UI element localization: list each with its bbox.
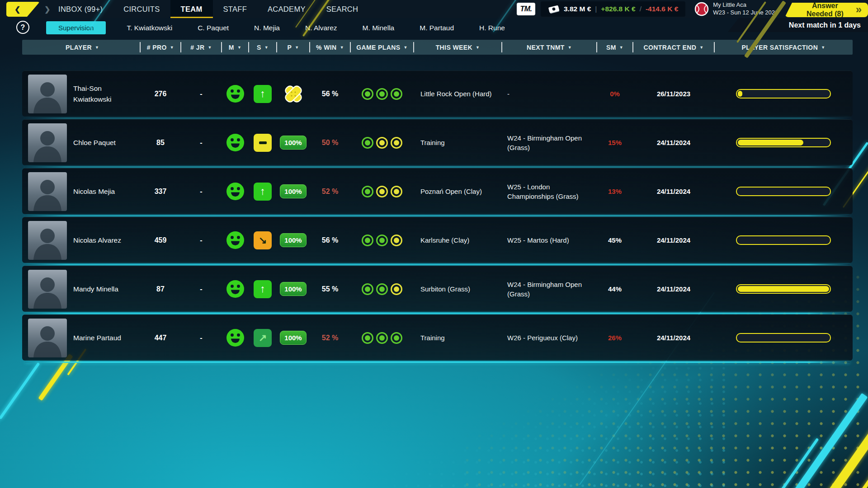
player-name: Nicolas Alvarez xyxy=(73,235,121,245)
next-match-strip: Next match in 1 days xyxy=(728,18,868,32)
game-plan-dot-yellow xyxy=(391,283,402,295)
player-name: Mandy Minella xyxy=(73,284,118,294)
contract-end-date: 24/11/2024 xyxy=(657,188,690,195)
sort-caret-icon: ▼ xyxy=(821,45,825,50)
tm-logo: TM. xyxy=(517,3,535,15)
column-header-next-tnmt[interactable]: NEXT TNMT▼ xyxy=(502,40,597,55)
forward-button[interactable] xyxy=(42,5,53,14)
column-label: S xyxy=(257,44,261,51)
junior-ranking: - xyxy=(181,266,222,312)
mood-happy-icon xyxy=(226,231,245,249)
tab-m-minella[interactable]: M. Minella xyxy=(358,22,399,34)
column-header-p[interactable]: P▼ xyxy=(277,40,310,55)
game-plan-dot-yellow xyxy=(376,186,388,197)
player-photo xyxy=(28,270,67,309)
game-plan-dot-yellow xyxy=(376,137,388,149)
finance-widget[interactable]: 3.82 M € | +826.8 K € / -414.6 K € xyxy=(541,1,685,17)
tab-h-rune[interactable]: H. Rune xyxy=(475,22,509,34)
trend-down-icon: ↘ xyxy=(254,231,272,249)
satisfaction-fill xyxy=(738,91,742,97)
this-week-activity: Training xyxy=(420,333,445,343)
column-header-this-week[interactable]: THIS WEEK▼ xyxy=(414,40,502,55)
tab-c-paquet[interactable]: C. Paquet xyxy=(193,22,233,34)
tab-n-mejia[interactable]: N. Mejia xyxy=(250,22,284,34)
pro-ranking: 276 xyxy=(140,71,181,117)
top-nav-staff[interactable]: STAFF xyxy=(213,0,258,18)
fitness-percent-badge: 100% xyxy=(280,233,306,247)
column-header-win[interactable]: % WIN▼ xyxy=(310,40,350,55)
club-info[interactable]: My Little Aca W23 - Sun 12 June 2022 xyxy=(694,1,778,17)
contract-end-date: 24/11/2024 xyxy=(657,236,690,244)
decor-streak xyxy=(763,393,868,488)
table-row[interactable]: Chloe Paquet 85 - 100% 50 % Training W24 xyxy=(22,119,853,165)
help-button[interactable]: ? xyxy=(16,21,29,34)
game-plan-dot-green xyxy=(362,186,373,197)
satisfaction-bar xyxy=(736,333,831,343)
decor-streak xyxy=(757,438,819,488)
top-nav-team[interactable]: TEAM xyxy=(170,0,213,18)
question-mark-icon: ? xyxy=(21,23,25,32)
column-header-contract-end[interactable]: CONTRACT END▼ xyxy=(633,40,714,55)
sort-caret-icon: ▼ xyxy=(264,45,269,50)
back-button[interactable] xyxy=(6,2,40,17)
this-week-activity: Karlsruhe (Clay) xyxy=(420,235,469,245)
column-header-player-satisfaction[interactable]: PLAYER SATISFACTION▼ xyxy=(714,40,853,55)
top-nav-academy[interactable]: ACADEMY xyxy=(257,0,316,18)
win-percent: 52 % xyxy=(322,334,338,342)
column-header-jr[interactable]: # JR▼ xyxy=(181,40,222,55)
column-header-s[interactable]: S▼ xyxy=(249,40,277,55)
table-row[interactable]: Thai-Son Kwiatkowski 276 - ↑ 56 % Little… xyxy=(22,70,853,117)
fitness-percent-badge: 100% xyxy=(280,184,306,198)
column-label: # JR xyxy=(190,44,204,51)
sort-caret-icon: ▼ xyxy=(95,45,99,50)
fitness-percent-badge: 100% xyxy=(280,136,306,150)
next-tournament: W24 - Birmingham Open (Grass) xyxy=(507,280,585,299)
balance-value: 3.82 M € xyxy=(564,5,591,13)
junior-ranking: - xyxy=(181,315,222,361)
sort-caret-icon: ▼ xyxy=(295,45,299,50)
table-body: Thai-Son Kwiatkowski 276 - ↑ 56 % Little… xyxy=(22,70,853,361)
tab-n-alvarez[interactable]: N. Alvarez xyxy=(301,22,342,34)
game-plan-dot-green xyxy=(376,235,388,246)
finance-separator: | xyxy=(595,5,597,13)
main-nav: INBOX (99+)CIRCUITSTEAMSTAFFACADEMYSEARC… xyxy=(48,0,368,18)
mood-happy-icon xyxy=(226,182,245,201)
junior-ranking: - xyxy=(181,71,222,117)
player-photo xyxy=(28,172,67,211)
table-row[interactable]: Mandy Minella 87 - ↑ 100% 55 % Surbiton … xyxy=(22,266,853,312)
satisfaction-bar xyxy=(736,235,831,245)
answer-needed-button[interactable]: Answer Needed (8) xyxy=(785,3,868,17)
column-label: P xyxy=(287,44,292,51)
win-percent: 50 % xyxy=(322,139,338,147)
this-week-activity: Surbiton (Grass) xyxy=(420,284,470,294)
column-header-sm[interactable]: SM▼ xyxy=(597,40,633,55)
table-row[interactable]: Marine Partaud 447 - ↗ 100% 52 % Trainin… xyxy=(22,314,853,361)
column-header-game-plans[interactable]: GAME PLANS▼ xyxy=(350,40,414,55)
top-nav-inbox-99[interactable]: INBOX (99+) xyxy=(48,0,113,18)
player-name: Thai-Son Kwiatkowski xyxy=(73,83,131,104)
table-row[interactable]: Nicolas Alvarez 459 - ↘ 100% 56 % Karlsr… xyxy=(22,217,853,263)
game-plan-dot-green xyxy=(376,283,388,295)
sm-percent: 13% xyxy=(608,188,622,195)
game-plan-dot-green xyxy=(376,332,388,344)
sort-caret-icon: ▼ xyxy=(237,45,241,50)
top-nav-circuits[interactable]: CIRCUITS xyxy=(113,0,170,18)
supervision-table: PLAYER▼# PRO▼# JR▼M▼S▼P▼% WIN▼GAME PLANS… xyxy=(22,40,853,363)
top-nav-search[interactable]: SEARCH xyxy=(316,0,369,18)
column-header-pro[interactable]: # PRO▼ xyxy=(140,40,181,55)
game-plan-dot-yellow xyxy=(391,186,402,197)
column-header-m[interactable]: M▼ xyxy=(222,40,249,55)
game-plan-dot-yellow xyxy=(391,235,402,246)
tab-supervision[interactable]: Supervision xyxy=(46,21,106,34)
game-plan-dot-yellow xyxy=(391,137,402,149)
sort-caret-icon: ▼ xyxy=(619,45,623,50)
mood-happy-icon xyxy=(226,328,245,347)
win-percent: 52 % xyxy=(322,188,338,196)
tab-m-partaud[interactable]: M. Partaud xyxy=(415,22,458,34)
player-name: Chloe Paquet xyxy=(73,137,116,148)
column-header-player[interactable]: PLAYER▼ xyxy=(22,40,140,55)
trend-up-icon: ↑ xyxy=(254,280,272,298)
game-plan-dot-green xyxy=(362,88,373,100)
table-row[interactable]: Nicolas Mejia 337 - ↑ 100% 52 % Poznań O… xyxy=(22,168,853,214)
tab-t-kwiatkowski[interactable]: T. Kwiatkowski xyxy=(122,22,177,34)
